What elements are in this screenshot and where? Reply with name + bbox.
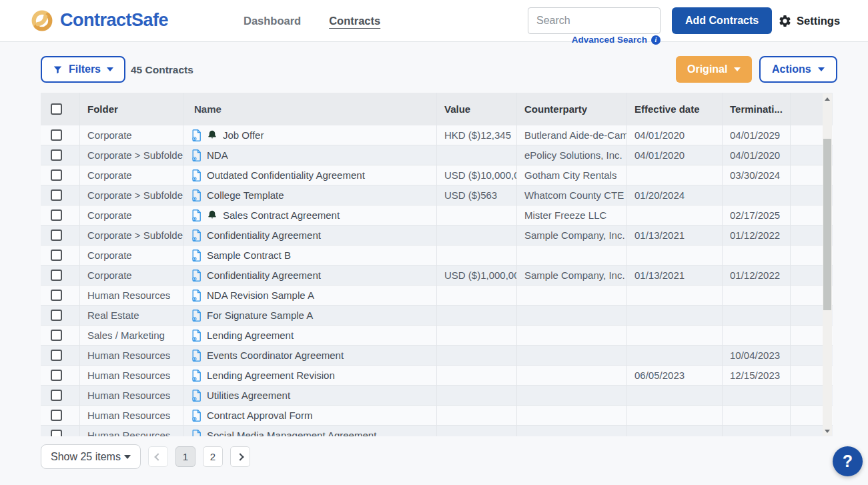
value-cell bbox=[437, 386, 517, 405]
settings-button[interactable]: Settings bbox=[778, 0, 840, 42]
table-row[interactable]: Corporate > Subfolder A College Template… bbox=[41, 185, 833, 205]
brand-logo[interactable]: ContractSafe bbox=[29, 8, 168, 33]
page-button-1[interactable]: 1 bbox=[175, 446, 195, 467]
contract-name-link[interactable]: Contract Approval Form bbox=[207, 410, 312, 421]
counterparty-cell: ePolicy Solutions, Inc. bbox=[517, 145, 627, 165]
contract-name-link[interactable]: Utilities Agreement bbox=[207, 390, 290, 401]
row-checkbox[interactable] bbox=[51, 330, 62, 341]
contract-name-link[interactable]: Lending Agreement Revision bbox=[207, 370, 335, 381]
table-row[interactable]: Corporate Outdated Confidentiality Agree… bbox=[41, 165, 833, 185]
row-checkbox[interactable] bbox=[51, 370, 62, 381]
column-header-counterparty[interactable]: Counterparty bbox=[517, 93, 627, 125]
document-icon bbox=[191, 290, 201, 302]
counterparty-cell: Whatcom County CTE bbox=[517, 185, 627, 205]
row-checkbox[interactable] bbox=[51, 250, 62, 261]
table-row[interactable]: Human Resources NDA Revision Sample A bbox=[41, 286, 833, 306]
effective-date-cell: 04/01/2020 bbox=[627, 125, 723, 145]
name-cell: Outdated Confidentiality Agreement bbox=[183, 165, 437, 185]
table-row[interactable]: Corporate Sample Contract B bbox=[41, 246, 833, 266]
contract-name-link[interactable]: Sales Contract Agreement bbox=[223, 209, 340, 221]
advanced-search[interactable]: Advanced Search i bbox=[453, 35, 661, 45]
value-cell: USD ($)563 bbox=[437, 185, 517, 205]
chevron-left-icon bbox=[154, 453, 161, 460]
page-button-2[interactable]: 2 bbox=[203, 446, 223, 467]
actions-dropdown-button[interactable]: Actions bbox=[759, 56, 837, 83]
add-contracts-button[interactable]: Add Contracts bbox=[672, 7, 772, 34]
row-checkbox[interactable] bbox=[51, 290, 62, 301]
table-row[interactable]: Human Resources Lending Agreement Revisi… bbox=[41, 366, 833, 386]
row-checkbox[interactable] bbox=[51, 390, 62, 401]
name-cell: Sample Contract B bbox=[183, 246, 437, 265]
contract-name-link[interactable]: Outdated Confidentiality Agreement bbox=[207, 169, 365, 181]
search-input[interactable] bbox=[528, 15, 680, 27]
page-size-select[interactable]: Show 25 items bbox=[41, 444, 141, 469]
value-cell: USD ($)1,000,000 bbox=[437, 266, 517, 285]
table-row[interactable]: Corporate Confidentiality Agreement USD … bbox=[41, 266, 833, 286]
row-checkbox[interactable] bbox=[51, 169, 62, 181]
row-checkbox[interactable] bbox=[51, 310, 62, 321]
table-row[interactable]: Corporate > Subfolder A Confidentiality … bbox=[41, 225, 833, 246]
original-dropdown-button[interactable]: Original bbox=[676, 56, 752, 83]
prev-page-button[interactable] bbox=[148, 446, 168, 467]
filters-button[interactable]: Filters bbox=[41, 56, 125, 83]
contract-name-link[interactable]: NDA Revision Sample A bbox=[207, 290, 314, 301]
value-cell: USD ($)10,000,000 bbox=[437, 165, 517, 185]
table-row[interactable]: Real Estate For Signature Sample A bbox=[41, 306, 833, 326]
contract-name-link[interactable]: Sample Contract B bbox=[207, 250, 291, 261]
name-cell: College Template bbox=[183, 185, 437, 205]
table-row[interactable]: Corporate > Subfolder A NDA ePolicy Solu… bbox=[41, 145, 833, 165]
document-icon bbox=[191, 169, 201, 181]
table-row[interactable]: Corporate Sales Contract Ag bbox=[41, 205, 833, 225]
row-checkbox[interactable] bbox=[51, 270, 62, 281]
scrollbar-thumb[interactable] bbox=[823, 139, 831, 310]
row-checkbox[interactable] bbox=[51, 189, 62, 201]
row-checkbox[interactable] bbox=[51, 149, 62, 161]
contract-name-link[interactable]: Confidentiality Agreement bbox=[207, 270, 321, 281]
table-row[interactable]: Sales / Marketing Lending Agreement bbox=[41, 326, 833, 346]
contract-name-link[interactable]: College Template bbox=[207, 189, 284, 201]
column-header-folder[interactable]: Folder bbox=[80, 93, 183, 125]
scroll-up-icon[interactable] bbox=[825, 97, 830, 101]
name-cell: Utilities Agreement bbox=[183, 386, 437, 405]
counterparty-cell bbox=[517, 286, 627, 305]
name-cell: Events Coordinator Agreement bbox=[183, 346, 437, 365]
next-page-button[interactable] bbox=[230, 446, 250, 467]
column-header-effective-date[interactable]: Effective date bbox=[627, 93, 723, 125]
contract-name-link[interactable]: Job Offer bbox=[223, 129, 264, 141]
column-header-termination-date[interactable]: Terminati... bbox=[723, 93, 791, 125]
select-all-checkbox[interactable] bbox=[51, 103, 62, 115]
name-cell: For Signature Sample A bbox=[183, 306, 437, 325]
nav-dashboard[interactable]: Dashboard bbox=[244, 15, 301, 27]
folder-cell: Human Resources bbox=[80, 366, 183, 385]
table-row[interactable]: Human Resources Social Media Management … bbox=[41, 426, 833, 436]
row-checkbox[interactable] bbox=[51, 129, 62, 141]
column-header-value[interactable]: Value bbox=[437, 93, 517, 125]
row-checkbox[interactable] bbox=[51, 209, 62, 221]
row-checkbox[interactable] bbox=[51, 350, 62, 361]
contract-name-link[interactable]: For Signature Sample A bbox=[207, 310, 313, 321]
row-checkbox[interactable] bbox=[51, 430, 62, 436]
contract-name-link[interactable]: NDA bbox=[207, 149, 228, 161]
contract-name-link[interactable]: Lending Agreement bbox=[207, 330, 294, 341]
termination-date-cell bbox=[723, 426, 791, 436]
column-header-name[interactable]: Name bbox=[183, 93, 437, 125]
row-checkbox[interactable] bbox=[51, 410, 62, 421]
value-cell bbox=[437, 246, 517, 265]
termination-date-cell bbox=[723, 185, 791, 205]
table-row[interactable]: Corporate Job Offer bbox=[41, 125, 833, 145]
effective-date-cell bbox=[627, 326, 723, 345]
table-row[interactable]: Human Resources Contract Approval Form bbox=[41, 406, 833, 426]
nav-contracts[interactable]: Contracts bbox=[329, 15, 380, 27]
help-button[interactable]: ? bbox=[833, 446, 863, 476]
table-row[interactable]: Human Resources Utilities Agreement bbox=[41, 386, 833, 406]
table-scrollbar[interactable] bbox=[823, 93, 832, 436]
contract-name-link[interactable]: Social Media Management Agreement bbox=[207, 430, 376, 436]
scroll-down-icon[interactable] bbox=[825, 430, 830, 433]
counterparty-cell: Butlerand Aide-de-Camp bbox=[517, 125, 627, 145]
row-checkbox[interactable] bbox=[51, 229, 62, 241]
advanced-search-label[interactable]: Advanced Search bbox=[572, 35, 647, 45]
termination-date-cell bbox=[723, 386, 791, 405]
contract-name-link[interactable]: Events Coordinator Agreement bbox=[207, 350, 344, 361]
table-row[interactable]: Human Resources Events Coordinator Agree… bbox=[41, 346, 833, 366]
contract-name-link[interactable]: Confidentiality Agreement bbox=[207, 229, 321, 241]
